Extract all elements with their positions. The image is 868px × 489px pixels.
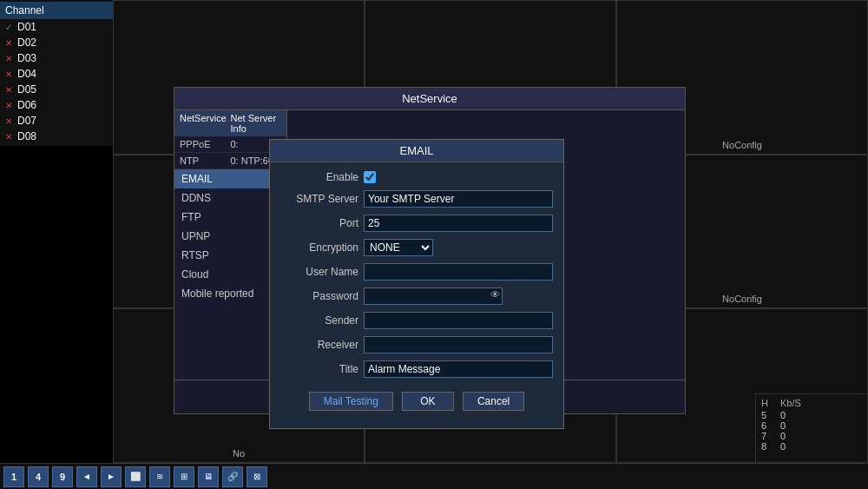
- ntp-label: NTP: [180, 155, 231, 166]
- list-col-info: Net Server Info: [231, 113, 282, 134]
- taskbar-btn-next[interactable]: ►: [101, 466, 122, 487]
- password-eye-icon: 👁: [490, 289, 500, 300]
- list-col-service: NetService: [180, 113, 231, 134]
- taskbar-btn-grid[interactable]: ⊞: [174, 466, 194, 487]
- x-icon: ✕: [5, 38, 12, 48]
- x-icon: ✕: [5, 54, 12, 63]
- receiver-label: Receiver: [280, 339, 358, 351]
- sidebar-item-label: D04: [17, 68, 36, 80]
- net-stats-row-8: 8 0: [761, 441, 862, 452]
- email-username-row: User Name: [280, 263, 553, 281]
- net-stats-col-kbs: Kb/S: [780, 398, 820, 408]
- sender-label: Sender: [280, 314, 358, 327]
- net-stats-speed7: 0: [780, 431, 820, 441]
- x-icon: ✕: [5, 85, 12, 95]
- username-label: User Name: [280, 266, 358, 278]
- taskbar-btn-1[interactable]: 1: [3, 466, 24, 487]
- net-stats-ch8: 8: [761, 441, 779, 452]
- x-icon: ✕: [5, 69, 12, 79]
- port-label: Port: [280, 217, 358, 229]
- cam-label-7: No: [233, 448, 245, 459]
- email-encryption-row: Encryption NONE SSL TLS: [280, 239, 553, 256]
- net-stats-ch6: 6: [761, 420, 779, 431]
- net-stats-panel: H Kb/S 5 0 6 0 7 0 8 0: [755, 393, 868, 463]
- email-label: EMAIL: [181, 173, 213, 185]
- password-input[interactable]: [364, 287, 503, 305]
- email-smtp-row: SMTP Server: [280, 190, 553, 208]
- email-enable-row: Enable: [280, 171, 553, 183]
- password-label: Password: [280, 290, 358, 302]
- x-icon: ✕: [5, 132, 12, 142]
- taskbar-btn-monitor[interactable]: 🖥: [198, 466, 219, 487]
- email-dialog-buttons: Mail Testing OK Cancel: [280, 385, 553, 420]
- net-stats-row-6: 6 0: [761, 420, 862, 431]
- email-cancel-button[interactable]: Cancel: [463, 392, 524, 411]
- sidebar-item-label: D02: [17, 36, 36, 49]
- net-stats-ch7: 7: [761, 431, 779, 441]
- encryption-label: Encryption: [280, 241, 358, 254]
- email-sender-row: Sender: [280, 312, 553, 329]
- enable-checkbox[interactable]: [364, 171, 376, 183]
- mail-testing-button[interactable]: Mail Testing: [309, 392, 393, 411]
- net-stats-row-7: 7 0: [761, 431, 862, 441]
- pppoe-label: PPPoE: [180, 139, 231, 149]
- netservice-list-header: NetService Net Server Info: [174, 110, 286, 136]
- taskbar-btn-prev[interactable]: ◄: [76, 466, 97, 487]
- sidebar-item-label: D05: [17, 83, 36, 96]
- sidebar-item-label: D01: [17, 21, 36, 33]
- net-stats-row-5: 5 0: [761, 410, 862, 420]
- email-receiver-row: Receiver: [280, 336, 553, 354]
- title-field-label: Title: [280, 363, 358, 375]
- netservice-dialog-title: NetService: [174, 88, 685, 110]
- taskbar: 1 4 9 ◄ ► ⬜ ≋ ⊞ 🖥 🔗 ⊠: [0, 463, 868, 489]
- taskbar-btn-settings[interactable]: ⊠: [247, 466, 267, 487]
- port-input[interactable]: [364, 215, 553, 232]
- sidebar-item-label: D03: [17, 52, 36, 64]
- taskbar-btn-4[interactable]: 4: [28, 466, 49, 487]
- email-ok-button[interactable]: OK: [402, 392, 454, 411]
- sidebar-item-label: D08: [17, 130, 36, 142]
- receiver-input[interactable]: [364, 336, 553, 354]
- sidebar-item-label: D07: [17, 115, 36, 127]
- taskbar-btn-zoom[interactable]: ≋: [149, 466, 170, 487]
- net-stats-speed8: 0: [780, 441, 820, 452]
- email-dialog: EMAIL Enable SMTP Server Port Encryption…: [269, 139, 564, 429]
- username-input[interactable]: [364, 263, 553, 281]
- enable-label: Enable: [280, 171, 358, 183]
- smtp-server-input[interactable]: [364, 190, 553, 208]
- email-dialog-body: Enable SMTP Server Port Encryption NONE …: [270, 162, 563, 428]
- x-icon: ✕: [5, 101, 12, 110]
- net-stats-speed5: 0: [780, 410, 820, 420]
- net-stats-col-h: H: [761, 398, 779, 408]
- taskbar-btn-9[interactable]: 9: [52, 466, 73, 487]
- sidebar-item-label: D06: [17, 99, 36, 111]
- email-port-row: Port: [280, 215, 553, 232]
- smtp-server-label: SMTP Server: [280, 193, 358, 205]
- encryption-select[interactable]: NONE SSL TLS: [364, 239, 433, 256]
- email-password-row: Password 👁: [280, 287, 553, 305]
- net-stats-header: H Kb/S: [761, 398, 862, 408]
- title-input[interactable]: [364, 360, 553, 378]
- net-stats-ch5: 5: [761, 410, 779, 420]
- taskbar-btn-network[interactable]: 🔗: [222, 466, 243, 487]
- sender-input[interactable]: [364, 312, 553, 329]
- cam-label-6: NoConfig: [722, 294, 762, 304]
- cam-label-3: NoConfig: [722, 140, 762, 150]
- x-icon: ✕: [5, 116, 12, 126]
- email-title-row: Title: [280, 360, 553, 378]
- check-icon: ✓: [5, 23, 12, 32]
- taskbar-btn-fullscreen[interactable]: ⬜: [125, 466, 146, 487]
- email-dialog-title: EMAIL: [270, 140, 563, 162]
- net-stats-speed6: 0: [780, 420, 820, 431]
